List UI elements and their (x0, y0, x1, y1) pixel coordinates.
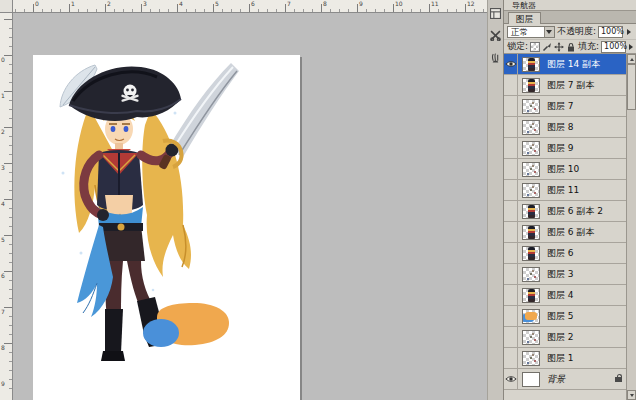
layer-visibility-toggle[interactable] (504, 327, 518, 347)
layer-visibility-toggle[interactable] (504, 54, 518, 74)
eye-icon (505, 60, 517, 68)
layer-visibility-toggle[interactable] (504, 201, 518, 221)
scrollbar-thumb[interactable] (627, 64, 636, 110)
layer-thumbnail[interactable] (518, 180, 544, 200)
layer-row[interactable]: 背景 (504, 369, 626, 390)
layer-row[interactable]: 图层 9 (504, 138, 626, 159)
layer-list: 图层 14 副本图层 7 副本图层 7图层 8图层 9图层 10图层 11图层 … (504, 54, 626, 400)
layer-name: 图层 8 (544, 121, 626, 134)
layer-visibility-toggle[interactable] (504, 117, 518, 137)
layer-row[interactable]: 图层 4 (504, 285, 626, 306)
layer-thumbnail[interactable] (518, 348, 544, 368)
layer-thumbnail[interactable] (518, 201, 544, 221)
layer-name: 图层 9 (544, 142, 626, 155)
layer-visibility-toggle[interactable] (504, 369, 518, 389)
layer-name: 图层 6 副本 2 (544, 205, 626, 218)
fill-input[interactable]: 100 % (601, 41, 626, 53)
layer-visibility-toggle[interactable] (504, 285, 518, 305)
layers-panel: 导航器 图层 正常 不透明度: 100 % 锁定: (503, 0, 636, 400)
lock-transparency-icon[interactable] (530, 41, 540, 52)
layer-thumbnail[interactable] (518, 327, 544, 347)
layer-thumbnail[interactable] (518, 369, 544, 389)
layer-name: 图层 3 (544, 268, 626, 281)
layer-thumbnail[interactable] (518, 117, 544, 137)
blend-mode-value: 正常 (508, 27, 544, 37)
layer-row[interactable]: 图层 6 (504, 243, 626, 264)
panel-dock-strip (487, 0, 503, 400)
layer-thumbnail[interactable] (518, 96, 544, 116)
layer-thumbnail[interactable] (518, 138, 544, 158)
layer-visibility-toggle[interactable] (504, 222, 518, 242)
lock-row: 锁定: 填充: 100 % (504, 40, 636, 54)
layer-visibility-toggle[interactable] (504, 348, 518, 368)
fill-value: 100 (604, 42, 619, 51)
opacity-unit: % (616, 27, 624, 36)
layer-name: 图层 11 (544, 184, 626, 197)
layer-name: 图层 10 (544, 163, 626, 176)
canvas[interactable] (33, 55, 300, 400)
layer-name: 图层 6 副本 (544, 226, 626, 239)
layer-row[interactable]: 图层 6 副本 2 (504, 201, 626, 222)
layer-thumbnail[interactable] (518, 222, 544, 242)
layer-visibility-toggle[interactable] (504, 306, 518, 326)
layers-scrollbar[interactable] (626, 54, 636, 400)
layer-name: 背景 (544, 373, 615, 386)
layer-row[interactable]: 图层 10 (504, 159, 626, 180)
layer-thumbnail[interactable] (518, 306, 544, 326)
layer-thumbnail[interactable] (518, 75, 544, 95)
scroll-up-icon[interactable] (627, 54, 636, 64)
layer-visibility-toggle[interactable] (504, 138, 518, 158)
lock-position-icon[interactable] (554, 41, 564, 52)
layer-visibility-toggle[interactable] (504, 264, 518, 284)
ruler-corner (0, 0, 13, 13)
layer-name: 图层 5 (544, 310, 626, 323)
layer-name: 图层 14 副本 (544, 58, 626, 71)
chevron-down-icon[interactable] (544, 27, 554, 37)
panel-tab-strip: 图层 (504, 11, 636, 24)
ruler-horizontal[interactable]: 0123456789101112 (0, 0, 487, 13)
layer-row[interactable]: 图层 14 副本 (504, 54, 626, 75)
fill-label: 填充: (578, 40, 599, 53)
navigator-title: 导航器 (512, 1, 536, 10)
layer-visibility-toggle[interactable] (504, 96, 518, 116)
scissors-icon[interactable] (490, 26, 501, 37)
layer-row[interactable]: 图层 7 (504, 96, 626, 117)
lock-all-icon[interactable] (566, 41, 576, 52)
layer-thumbnail[interactable] (518, 54, 544, 74)
blend-mode-select[interactable]: 正常 (507, 26, 555, 38)
opacity-slider-arrow-icon[interactable] (625, 26, 633, 38)
layer-row[interactable]: 图层 3 (504, 264, 626, 285)
layer-visibility-toggle[interactable] (504, 180, 518, 200)
scroll-down-icon[interactable] (627, 390, 636, 400)
blend-mode-row: 正常 不透明度: 100 % (504, 24, 636, 40)
layer-visibility-toggle[interactable] (504, 75, 518, 95)
layer-name: 图层 2 (544, 331, 626, 344)
layer-thumbnail[interactable] (518, 264, 544, 284)
layer-row[interactable]: 图层 2 (504, 327, 626, 348)
eye-icon (505, 375, 517, 383)
fill-unit: % (619, 42, 627, 51)
opacity-label: 不透明度: (557, 25, 596, 38)
hand-tool-icon[interactable] (490, 48, 501, 59)
fill-slider-arrow-icon[interactable] (628, 41, 633, 53)
navigator-header[interactable]: 导航器 (504, 0, 636, 11)
layer-row[interactable]: 图层 8 (504, 117, 626, 138)
layer-row[interactable]: 图层 11 (504, 180, 626, 201)
layer-visibility-toggle[interactable] (504, 243, 518, 263)
layer-row[interactable]: 图层 5 (504, 306, 626, 327)
ruler-vertical[interactable]: 0123456789 (0, 13, 13, 400)
layer-thumbnail[interactable] (518, 285, 544, 305)
layer-row[interactable]: 图层 7 副本 (504, 75, 626, 96)
layer-row[interactable]: 图层 1 (504, 348, 626, 369)
layer-row[interactable]: 图层 6 副本 (504, 222, 626, 243)
panel-grid-icon[interactable] (490, 4, 501, 15)
lock-pixels-icon[interactable] (542, 41, 552, 52)
opacity-input[interactable]: 100 % (598, 26, 623, 38)
layer-thumbnail[interactable] (518, 243, 544, 263)
opacity-value: 100 (601, 27, 616, 36)
photoshop-window: 0123456789101112 0123456789 (0, 0, 636, 400)
layer-thumbnail[interactable] (518, 159, 544, 179)
layer-visibility-toggle[interactable] (504, 159, 518, 179)
tab-layers[interactable]: 图层 (508, 12, 541, 24)
layer-name: 图层 7 副本 (544, 79, 626, 92)
